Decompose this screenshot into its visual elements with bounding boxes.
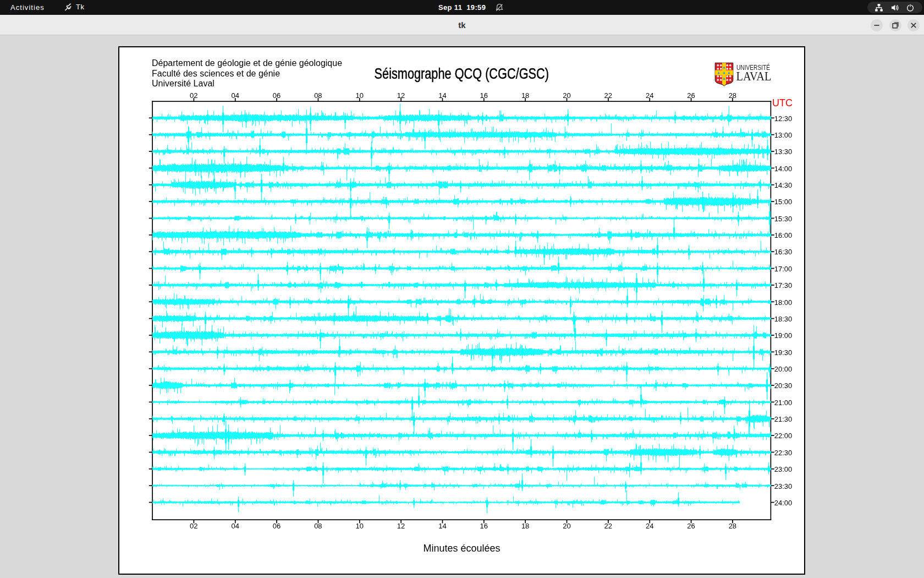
svg-text:LAVAL: LAVAL (736, 69, 772, 83)
